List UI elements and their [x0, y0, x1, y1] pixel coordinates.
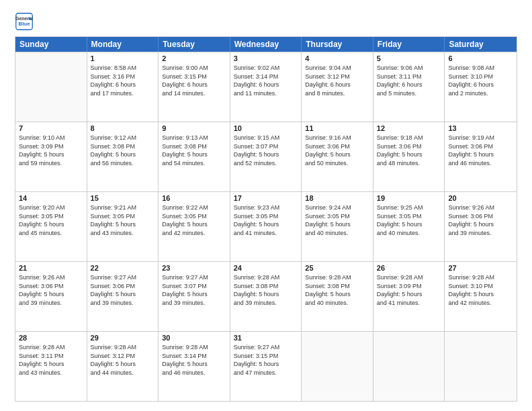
week-row-3: 14Sunrise: 9:20 AM Sunset: 3:05 PM Dayli…	[15, 191, 517, 261]
header-day-tuesday: Tuesday	[159, 37, 230, 52]
cell-date: 22	[91, 264, 155, 272]
cal-cell: 12Sunrise: 9:18 AM Sunset: 3:06 PM Dayli…	[373, 122, 445, 191]
cal-cell: 20Sunrise: 9:26 AM Sunset: 3:06 PM Dayli…	[445, 192, 517, 261]
cell-info: Sunrise: 9:26 AM Sunset: 3:06 PM Dayligh…	[448, 203, 513, 237]
cell-info: Sunrise: 9:28 AM Sunset: 3:12 PM Dayligh…	[91, 343, 155, 377]
cell-info: Sunrise: 8:58 AM Sunset: 3:16 PM Dayligh…	[91, 64, 155, 97]
cell-info: Sunrise: 9:04 AM Sunset: 3:12 PM Dayligh…	[305, 64, 369, 97]
cell-date: 30	[162, 334, 226, 342]
cell-date: 9	[162, 124, 226, 132]
header-day-monday: Monday	[87, 37, 159, 52]
cal-cell	[302, 332, 373, 401]
cell-date: 29	[91, 334, 155, 342]
header-day-friday: Friday	[373, 37, 445, 52]
logo: General Blue	[15, 12, 34, 31]
cal-cell: 4Sunrise: 9:04 AM Sunset: 3:12 PM Daylig…	[302, 52, 373, 122]
cal-cell: 13Sunrise: 9:19 AM Sunset: 3:06 PM Dayli…	[445, 122, 517, 191]
cal-cell	[15, 52, 87, 122]
cell-date: 14	[19, 194, 83, 202]
cell-date: 16	[162, 194, 226, 202]
cell-info: Sunrise: 9:28 AM Sunset: 3:14 PM Dayligh…	[162, 343, 226, 377]
cell-info: Sunrise: 9:20 AM Sunset: 3:05 PM Dayligh…	[19, 203, 83, 237]
cell-info: Sunrise: 9:21 AM Sunset: 3:05 PM Dayligh…	[91, 203, 155, 237]
cell-info: Sunrise: 9:10 AM Sunset: 3:09 PM Dayligh…	[19, 134, 83, 167]
cell-info: Sunrise: 9:06 AM Sunset: 3:11 PM Dayligh…	[377, 64, 441, 97]
cal-cell: 30Sunrise: 9:28 AM Sunset: 3:14 PM Dayli…	[159, 332, 230, 401]
cal-cell: 16Sunrise: 9:22 AM Sunset: 3:05 PM Dayli…	[159, 192, 230, 261]
cell-date: 25	[305, 264, 369, 272]
cal-cell: 6Sunrise: 9:08 AM Sunset: 3:10 PM Daylig…	[445, 52, 517, 122]
cal-cell	[373, 332, 445, 401]
cell-info: Sunrise: 9:22 AM Sunset: 3:05 PM Dayligh…	[162, 203, 226, 237]
cell-info: Sunrise: 9:13 AM Sunset: 3:08 PM Dayligh…	[162, 134, 226, 167]
week-row-1: 1Sunrise: 8:58 AM Sunset: 3:16 PM Daylig…	[15, 52, 517, 122]
cal-cell: 19Sunrise: 9:25 AM Sunset: 3:05 PM Dayli…	[373, 192, 445, 261]
week-row-4: 21Sunrise: 9:26 AM Sunset: 3:06 PM Dayli…	[15, 261, 517, 331]
calendar-body: 1Sunrise: 8:58 AM Sunset: 3:16 PM Daylig…	[15, 52, 517, 401]
cell-info: Sunrise: 9:18 AM Sunset: 3:06 PM Dayligh…	[377, 134, 441, 167]
cell-date: 1	[91, 54, 155, 62]
cell-date: 24	[234, 264, 298, 272]
cal-cell: 17Sunrise: 9:23 AM Sunset: 3:05 PM Dayli…	[230, 192, 302, 261]
cal-cell: 24Sunrise: 9:28 AM Sunset: 3:08 PM Dayli…	[230, 262, 302, 331]
cal-cell: 18Sunrise: 9:24 AM Sunset: 3:05 PM Dayli…	[302, 192, 373, 261]
cell-info: Sunrise: 9:26 AM Sunset: 3:06 PM Dayligh…	[19, 273, 83, 307]
cal-cell: 5Sunrise: 9:06 AM Sunset: 3:11 PM Daylig…	[373, 52, 445, 122]
cal-cell: 10Sunrise: 9:15 AM Sunset: 3:07 PM Dayli…	[230, 122, 302, 191]
week-row-2: 7Sunrise: 9:10 AM Sunset: 3:09 PM Daylig…	[15, 122, 517, 191]
cal-cell: 9Sunrise: 9:13 AM Sunset: 3:08 PM Daylig…	[159, 122, 230, 191]
cell-info: Sunrise: 9:00 AM Sunset: 3:15 PM Dayligh…	[162, 64, 226, 97]
cal-cell: 8Sunrise: 9:12 AM Sunset: 3:08 PM Daylig…	[87, 122, 159, 191]
cell-date: 13	[448, 124, 513, 132]
cell-info: Sunrise: 9:23 AM Sunset: 3:05 PM Dayligh…	[234, 203, 298, 237]
cell-date: 7	[19, 124, 83, 132]
cell-info: Sunrise: 9:27 AM Sunset: 3:07 PM Dayligh…	[162, 273, 226, 307]
cell-info: Sunrise: 9:16 AM Sunset: 3:06 PM Dayligh…	[305, 134, 369, 167]
cell-info: Sunrise: 9:28 AM Sunset: 3:09 PM Dayligh…	[377, 273, 441, 307]
cell-date: 23	[162, 264, 226, 272]
calendar-page: General Blue SundayMondayTuesdayWednesda…	[0, 0, 532, 411]
week-row-5: 28Sunrise: 9:28 AM Sunset: 3:11 PM Dayli…	[15, 331, 517, 401]
cal-cell	[445, 332, 517, 401]
cell-date: 10	[234, 124, 298, 132]
header-day-thursday: Thursday	[302, 37, 373, 52]
cell-info: Sunrise: 9:19 AM Sunset: 3:06 PM Dayligh…	[448, 134, 513, 167]
header-day-wednesday: Wednesday	[230, 37, 302, 52]
page-header: General Blue	[15, 12, 517, 31]
cell-info: Sunrise: 9:15 AM Sunset: 3:07 PM Dayligh…	[234, 134, 298, 167]
cal-cell: 31Sunrise: 9:27 AM Sunset: 3:15 PM Dayli…	[230, 332, 302, 401]
cal-cell: 28Sunrise: 9:28 AM Sunset: 3:11 PM Dayli…	[15, 332, 87, 401]
cell-date: 19	[377, 194, 441, 202]
cell-date: 21	[19, 264, 83, 272]
cell-date: 28	[19, 334, 83, 342]
cell-date: 15	[91, 194, 155, 202]
cell-date: 8	[91, 124, 155, 132]
cell-info: Sunrise: 9:28 AM Sunset: 3:08 PM Dayligh…	[234, 273, 298, 307]
cell-info: Sunrise: 9:28 AM Sunset: 3:10 PM Dayligh…	[448, 273, 513, 307]
cell-date: 12	[377, 124, 441, 132]
cal-cell: 1Sunrise: 8:58 AM Sunset: 3:16 PM Daylig…	[87, 52, 159, 122]
cell-date: 26	[377, 264, 441, 272]
cal-cell: 21Sunrise: 9:26 AM Sunset: 3:06 PM Dayli…	[15, 262, 87, 331]
calendar: SundayMondayTuesdayWednesdayThursdayFrid…	[15, 36, 517, 402]
cell-info: Sunrise: 9:27 AM Sunset: 3:06 PM Dayligh…	[91, 273, 155, 307]
cell-date: 17	[234, 194, 298, 202]
cell-date: 18	[305, 194, 369, 202]
svg-text:Blue: Blue	[18, 21, 30, 27]
cell-date: 3	[234, 54, 298, 62]
cal-cell: 27Sunrise: 9:28 AM Sunset: 3:10 PM Dayli…	[445, 262, 517, 331]
cell-info: Sunrise: 9:12 AM Sunset: 3:08 PM Dayligh…	[91, 134, 155, 167]
cal-cell: 29Sunrise: 9:28 AM Sunset: 3:12 PM Dayli…	[87, 332, 159, 401]
cell-date: 2	[162, 54, 226, 62]
cal-cell: 25Sunrise: 9:28 AM Sunset: 3:08 PM Dayli…	[302, 262, 373, 331]
cal-cell: 23Sunrise: 9:27 AM Sunset: 3:07 PM Dayli…	[159, 262, 230, 331]
cell-info: Sunrise: 9:08 AM Sunset: 3:10 PM Dayligh…	[448, 64, 513, 97]
cal-cell: 3Sunrise: 9:02 AM Sunset: 3:14 PM Daylig…	[230, 52, 302, 122]
cell-date: 5	[377, 54, 441, 62]
cal-cell: 2Sunrise: 9:00 AM Sunset: 3:15 PM Daylig…	[159, 52, 230, 122]
cell-info: Sunrise: 9:25 AM Sunset: 3:05 PM Dayligh…	[377, 203, 441, 237]
cell-date: 6	[448, 54, 513, 62]
cell-date: 27	[448, 264, 513, 272]
cell-date: 31	[234, 334, 298, 342]
logo-icon: General Blue	[15, 12, 34, 31]
